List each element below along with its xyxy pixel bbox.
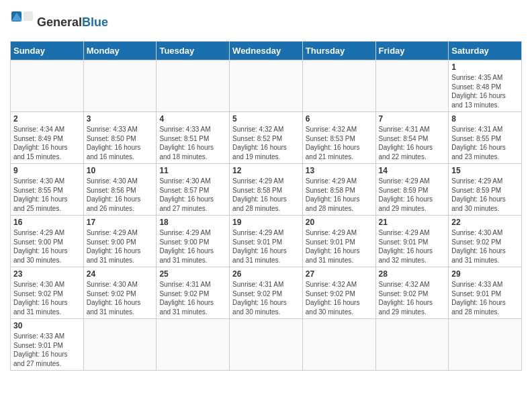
day-number: 1 [451, 62, 519, 72]
weekday-header-sunday: Sunday [11, 42, 84, 60]
page-header: GeneralBlue [10, 10, 522, 34]
calendar-body: 1Sunrise: 4:35 AM Sunset: 8:48 PM Daylig… [11, 60, 522, 371]
logo-general-text: General [37, 15, 82, 29]
day-info: Sunrise: 4:32 AM Sunset: 8:53 PM Dayligh… [306, 125, 373, 161]
day-info: Sunrise: 4:29 AM Sunset: 8:58 PM Dayligh… [306, 177, 373, 213]
logo-blue-text: Blue [82, 15, 108, 29]
day-info: Sunrise: 4:33 AM Sunset: 9:01 PM Dayligh… [451, 280, 519, 316]
calendar-day: 21Sunrise: 4:29 AM Sunset: 9:01 PM Dayli… [375, 216, 449, 267]
calendar-day [83, 319, 157, 371]
day-info: Sunrise: 4:33 AM Sunset: 8:51 PM Dayligh… [159, 125, 226, 161]
day-info: Sunrise: 4:33 AM Sunset: 8:50 PM Dayligh… [87, 125, 154, 161]
day-info: Sunrise: 4:33 AM Sunset: 9:01 PM Dayligh… [13, 332, 81, 368]
logo-svg [10, 10, 34, 34]
day-number: 26 [232, 269, 300, 279]
calendar-day: 8Sunrise: 4:31 AM Sunset: 8:55 PM Daylig… [449, 112, 522, 164]
calendar-day: 24Sunrise: 4:30 AM Sunset: 9:02 PM Dayli… [83, 267, 157, 319]
calendar-day: 26Sunrise: 4:31 AM Sunset: 9:02 PM Dayli… [230, 267, 303, 319]
day-info: Sunrise: 4:30 AM Sunset: 8:57 PM Dayligh… [159, 177, 226, 213]
calendar-day: 1Sunrise: 4:35 AM Sunset: 8:48 PM Daylig… [449, 60, 522, 112]
day-number: 17 [87, 218, 154, 227]
calendar-day: 18Sunrise: 4:29 AM Sunset: 9:00 PM Dayli… [157, 216, 230, 267]
day-number: 21 [379, 218, 446, 227]
calendar-day [302, 319, 375, 371]
calendar-day: 6Sunrise: 4:32 AM Sunset: 8:53 PM Daylig… [302, 112, 375, 164]
day-number: 2 [13, 114, 81, 124]
day-info: Sunrise: 4:29 AM Sunset: 8:59 PM Dayligh… [379, 177, 446, 213]
calendar-day: 10Sunrise: 4:30 AM Sunset: 8:56 PM Dayli… [83, 164, 157, 216]
day-info: Sunrise: 4:32 AM Sunset: 9:02 PM Dayligh… [379, 280, 446, 316]
calendar-day [449, 319, 522, 371]
day-info: Sunrise: 4:31 AM Sunset: 9:02 PM Dayligh… [232, 280, 300, 316]
day-info: Sunrise: 4:34 AM Sunset: 8:49 PM Dayligh… [13, 125, 81, 161]
calendar-day: 25Sunrise: 4:31 AM Sunset: 9:02 PM Dayli… [157, 267, 230, 319]
day-number: 4 [159, 114, 226, 124]
calendar-week-4: 16Sunrise: 4:29 AM Sunset: 9:00 PM Dayli… [11, 216, 522, 267]
calendar-day [230, 319, 303, 371]
calendar-day: 4Sunrise: 4:33 AM Sunset: 8:51 PM Daylig… [157, 112, 230, 164]
day-info: Sunrise: 4:30 AM Sunset: 9:02 PM Dayligh… [451, 228, 519, 265]
weekday-header-tuesday: Tuesday [157, 42, 230, 60]
day-number: 7 [379, 114, 446, 124]
day-number: 24 [87, 269, 154, 279]
day-number: 27 [306, 269, 373, 279]
day-info: Sunrise: 4:35 AM Sunset: 8:48 PM Dayligh… [451, 73, 519, 109]
day-number: 9 [13, 166, 81, 175]
day-info: Sunrise: 4:29 AM Sunset: 9:01 PM Dayligh… [306, 228, 373, 265]
calendar-day: 20Sunrise: 4:29 AM Sunset: 9:01 PM Dayli… [302, 216, 375, 267]
calendar-day: 7Sunrise: 4:31 AM Sunset: 8:54 PM Daylig… [375, 112, 449, 164]
day-info: Sunrise: 4:29 AM Sunset: 9:01 PM Dayligh… [232, 228, 300, 265]
calendar-week-6: 30Sunrise: 4:33 AM Sunset: 9:01 PM Dayli… [11, 319, 522, 371]
day-number: 25 [159, 269, 226, 279]
calendar-day: 19Sunrise: 4:29 AM Sunset: 9:01 PM Dayli… [230, 216, 303, 267]
day-info: Sunrise: 4:29 AM Sunset: 8:58 PM Dayligh… [232, 177, 300, 213]
day-info: Sunrise: 4:29 AM Sunset: 8:59 PM Dayligh… [451, 177, 519, 213]
day-info: Sunrise: 4:29 AM Sunset: 9:00 PM Dayligh… [159, 228, 226, 265]
weekday-header-row: SundayMondayTuesdayWednesdayThursdayFrid… [11, 42, 522, 60]
calendar-day: 23Sunrise: 4:30 AM Sunset: 9:02 PM Dayli… [11, 267, 84, 319]
day-info: Sunrise: 4:31 AM Sunset: 9:02 PM Dayligh… [159, 280, 226, 316]
calendar-day: 11Sunrise: 4:30 AM Sunset: 8:57 PM Dayli… [157, 164, 230, 216]
calendar-day: 12Sunrise: 4:29 AM Sunset: 8:58 PM Dayli… [230, 164, 303, 216]
day-info: Sunrise: 4:30 AM Sunset: 9:02 PM Dayligh… [13, 280, 81, 316]
calendar-day [83, 60, 157, 112]
weekday-header-wednesday: Wednesday [230, 42, 303, 60]
day-number: 13 [306, 166, 373, 175]
calendar-day: 22Sunrise: 4:30 AM Sunset: 9:02 PM Dayli… [449, 216, 522, 267]
day-number: 18 [159, 218, 226, 227]
day-number: 29 [451, 269, 519, 279]
day-number: 22 [451, 218, 519, 227]
svg-rect-2 [24, 11, 33, 21]
calendar-day: 2Sunrise: 4:34 AM Sunset: 8:49 PM Daylig… [11, 112, 84, 164]
calendar-day: 16Sunrise: 4:29 AM Sunset: 9:00 PM Dayli… [11, 216, 84, 267]
calendar-day: 27Sunrise: 4:32 AM Sunset: 9:02 PM Dayli… [302, 267, 375, 319]
day-info: Sunrise: 4:29 AM Sunset: 9:01 PM Dayligh… [379, 228, 446, 265]
day-info: Sunrise: 4:31 AM Sunset: 8:54 PM Dayligh… [379, 125, 446, 161]
day-number: 15 [451, 166, 519, 175]
logo: GeneralBlue [10, 10, 108, 34]
day-number: 20 [306, 218, 373, 227]
weekday-header-monday: Monday [83, 42, 157, 60]
calendar-day: 30Sunrise: 4:33 AM Sunset: 9:01 PM Dayli… [11, 319, 84, 371]
weekday-header-thursday: Thursday [302, 42, 375, 60]
day-info: Sunrise: 4:30 AM Sunset: 8:55 PM Dayligh… [13, 177, 81, 213]
calendar-week-2: 2Sunrise: 4:34 AM Sunset: 8:49 PM Daylig… [11, 112, 522, 164]
day-number: 30 [13, 321, 81, 330]
day-info: Sunrise: 4:32 AM Sunset: 9:02 PM Dayligh… [306, 280, 373, 316]
day-info: Sunrise: 4:30 AM Sunset: 9:02 PM Dayligh… [87, 280, 154, 316]
calendar-day: 29Sunrise: 4:33 AM Sunset: 9:01 PM Dayli… [449, 267, 522, 319]
calendar-day [230, 60, 303, 112]
calendar-week-5: 23Sunrise: 4:30 AM Sunset: 9:02 PM Dayli… [11, 267, 522, 319]
day-number: 3 [87, 114, 154, 124]
calendar-day [11, 60, 84, 112]
day-number: 8 [451, 114, 519, 124]
day-info: Sunrise: 4:32 AM Sunset: 8:52 PM Dayligh… [232, 125, 300, 161]
calendar-day: 13Sunrise: 4:29 AM Sunset: 8:58 PM Dayli… [302, 164, 375, 216]
calendar-day [157, 60, 230, 112]
calendar-day: 9Sunrise: 4:30 AM Sunset: 8:55 PM Daylig… [11, 164, 84, 216]
calendar-day [375, 319, 449, 371]
calendar-week-1: 1Sunrise: 4:35 AM Sunset: 8:48 PM Daylig… [11, 60, 522, 112]
calendar-day: 14Sunrise: 4:29 AM Sunset: 8:59 PM Dayli… [375, 164, 449, 216]
calendar-day: 28Sunrise: 4:32 AM Sunset: 9:02 PM Dayli… [375, 267, 449, 319]
calendar-day: 3Sunrise: 4:33 AM Sunset: 8:50 PM Daylig… [83, 112, 157, 164]
